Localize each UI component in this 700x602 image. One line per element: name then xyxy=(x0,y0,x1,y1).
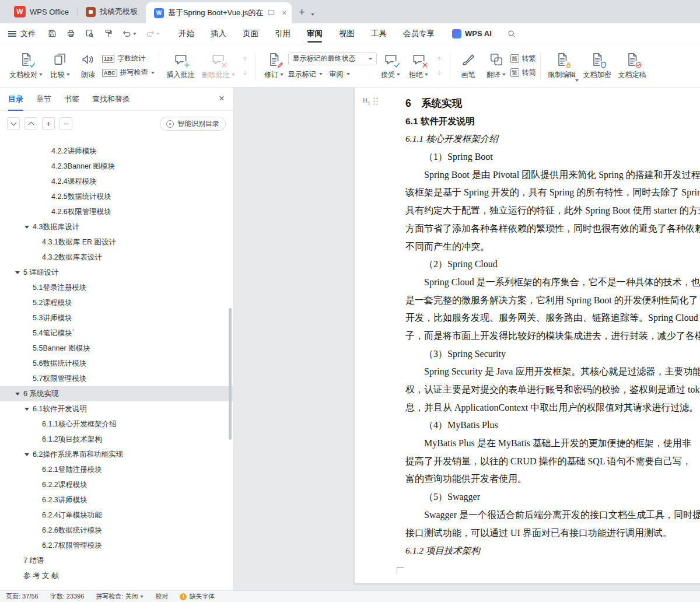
toc-item[interactable]: 6.1软件开发说明 xyxy=(0,401,233,416)
simplified-to-traditional-button[interactable]: 简 转繁 xyxy=(510,54,536,64)
toc-item[interactable]: 5.6数据统计模块 xyxy=(0,356,233,371)
translate-button[interactable]: 翻译 xyxy=(482,48,510,84)
toc-expand-arrow-icon[interactable] xyxy=(15,393,23,396)
toc-expand-arrow-icon[interactable] xyxy=(24,226,33,229)
format-painter-button[interactable] xyxy=(103,29,113,38)
word-count-button[interactable]: 123 字数统计 xyxy=(102,54,155,64)
nav-pane-tab[interactable]: 章节 xyxy=(36,88,51,111)
search-icon[interactable] xyxy=(507,29,516,38)
zoom-in-outline-button[interactable]: + xyxy=(42,117,55,130)
doc-chat-icon[interactable] xyxy=(267,9,275,17)
print-button[interactable] xyxy=(66,29,76,38)
toc-item[interactable]: 4.3.1数据库 ER 图设计 xyxy=(0,235,233,250)
toc-item[interactable]: 4.2.3Banner 图模块 xyxy=(0,159,233,174)
toc-item[interactable]: 6.2.6数据统计模块 xyxy=(0,523,233,538)
ribbon-tab[interactable]: 视图 xyxy=(339,23,355,44)
ribbon-tab[interactable]: 工具 xyxy=(371,23,387,44)
tab-wps-home[interactable]: W WPS Office xyxy=(6,0,77,23)
document-page[interactable]: H1 6 系统实现6.1 软件开发说明6.1.1 核心开发框架介绍（1）Spri… xyxy=(355,88,700,583)
tab-active-document[interactable]: W 基于Spring Boot+Vue.js的在 × xyxy=(146,2,292,23)
spellcheck-indicator[interactable]: 拼写检查: 关闭 xyxy=(96,592,144,601)
redo-chevron-icon[interactable] xyxy=(156,33,160,35)
proofread-status[interactable]: 校对 xyxy=(155,592,168,601)
smart-toc-button[interactable]: 智能识别目录 xyxy=(160,117,226,131)
toc-item[interactable]: 5.7权限管理模块 xyxy=(0,371,233,386)
save-button[interactable] xyxy=(47,29,57,38)
toc-item[interactable]: 参 考 文 献 xyxy=(0,568,233,583)
ribbon-tab[interactable]: 审阅 xyxy=(307,23,323,44)
toc-item[interactable]: 4.2.4课程模块 xyxy=(0,174,233,189)
undo-button[interactable] xyxy=(122,29,136,38)
read-aloud-button[interactable]: 朗读 xyxy=(74,48,102,84)
toc-item[interactable]: 4.2.2讲师模块 xyxy=(0,144,233,159)
expand-all-button[interactable] xyxy=(7,117,20,130)
toc-item[interactable]: 6.2.2课程模块 xyxy=(0,477,233,492)
markup-state-dropdown[interactable]: 显示标记的最终状态 xyxy=(288,52,377,65)
toc-item[interactable]: 4.3数据库设计 xyxy=(0,219,233,235)
encrypt-document-button[interactable]: 文档加密 xyxy=(580,48,615,84)
compare-button[interactable]: 比较 xyxy=(46,48,74,84)
next-comment-button[interactable] xyxy=(240,68,250,77)
toc-scrollbar-thumb[interactable] xyxy=(229,308,232,440)
review-pane-button[interactable]: 审阅 xyxy=(330,69,350,79)
ribbon-tab[interactable]: 插入 xyxy=(211,23,226,44)
ribbon-tab[interactable]: 会员专享 xyxy=(403,23,435,44)
new-tab-button[interactable]: + xyxy=(299,6,305,19)
document-proofread-button[interactable]: 文档校对 xyxy=(6,48,46,84)
traditional-to-simplified-button[interactable]: 繁 转简 xyxy=(510,68,536,78)
undo-chevron-icon[interactable] xyxy=(133,33,136,35)
spell-check-button[interactable]: ABC 拼写检查 xyxy=(102,68,155,78)
toc-item[interactable]: 5.2课程模块 xyxy=(0,295,233,310)
toc-item[interactable]: 6.2.7权限管理模块 xyxy=(0,538,233,553)
close-pane-icon[interactable]: × xyxy=(219,93,225,104)
reject-change-button[interactable]: 拒绝 xyxy=(405,48,433,84)
toc-item[interactable]: 5.1登录注册模块 xyxy=(0,280,233,295)
toc-expand-arrow-icon[interactable] xyxy=(24,408,33,411)
previous-comment-button[interactable] xyxy=(240,54,250,63)
toc-item[interactable]: 5.3讲师模块 xyxy=(0,310,233,326)
toc-item[interactable]: 6.2.1登陆注册模块 xyxy=(0,462,233,477)
ribbon-tab[interactable]: 开始 xyxy=(178,23,194,44)
toc-item[interactable]: 7 结语 xyxy=(0,553,233,568)
toc-item[interactable]: 6.2.3讲师模块 xyxy=(0,492,233,508)
ribbon-tab[interactable]: 引用 xyxy=(275,23,290,44)
page-indicator[interactable]: 页面: 37/56 xyxy=(6,592,38,601)
file-menu-button[interactable]: 文件 xyxy=(8,29,36,39)
ink-brush-button[interactable]: 画笔 xyxy=(454,48,482,84)
toc-item[interactable]: 5.5Banner 图模块 xyxy=(0,341,233,356)
track-changes-button[interactable]: 修订 xyxy=(260,48,288,84)
nav-pane-tab[interactable]: 目录 xyxy=(8,88,23,111)
toc-expand-arrow-icon[interactable] xyxy=(15,271,23,274)
toc-item[interactable]: 6.2.4订单模块功能 xyxy=(0,508,233,523)
insert-comment-button[interactable]: 插入批注 xyxy=(163,48,198,84)
wps-ai-button[interactable]: WPS AI xyxy=(452,29,492,38)
toc-item[interactable]: 6.1.1核心开发框架介绍 xyxy=(0,416,233,432)
toc-item[interactable]: 4.2.6权限管理模块 xyxy=(0,204,233,219)
nav-pane-tab[interactable]: 查找和替换 xyxy=(92,88,130,111)
next-revision-button[interactable] xyxy=(434,68,444,77)
toc-item[interactable]: 5.4笔记模块` xyxy=(0,326,233,341)
toc-item[interactable]: 4.2.5数据统计模块 xyxy=(0,189,233,204)
delete-comment-button[interactable]: 删除批注 xyxy=(198,48,239,84)
tab-close-icon[interactable]: × xyxy=(282,8,286,18)
accept-change-button[interactable]: 接受 xyxy=(377,48,405,84)
toc-item[interactable]: 5 详细设计 xyxy=(0,265,233,280)
toc-item[interactable]: 6 系统实现 xyxy=(0,386,233,401)
toc-item[interactable]: 6.1.2项目技术架构 xyxy=(0,432,233,447)
restrict-editing-button[interactable]: 限制编辑 xyxy=(545,48,580,84)
finalize-document-button[interactable]: 文档定稿 xyxy=(615,48,650,84)
ribbon-collapse-chevron-icon[interactable] xyxy=(575,79,579,82)
tab-list-chevron-icon[interactable] xyxy=(311,13,314,16)
toc-expand-arrow-icon[interactable] xyxy=(24,453,33,456)
collapse-all-button[interactable] xyxy=(24,117,37,130)
redo-button[interactable] xyxy=(145,29,160,38)
word-count-indicator[interactable]: 字数: 23396 xyxy=(50,592,85,601)
previous-revision-button[interactable] xyxy=(434,54,444,63)
toc-item[interactable]: 6.2操作系统界面和功能实现 xyxy=(0,447,233,462)
toc-item[interactable]: 4.3.2数据库表设计 xyxy=(0,250,233,265)
ribbon-tab[interactable]: 页面 xyxy=(243,23,258,44)
zoom-out-outline-button[interactable]: − xyxy=(60,117,72,130)
print-preview-button[interactable] xyxy=(85,29,94,38)
missing-font-warning[interactable]: !缺失字体 xyxy=(180,592,215,601)
tab-template-doc[interactable]: 找稿壳模板 xyxy=(78,0,146,23)
